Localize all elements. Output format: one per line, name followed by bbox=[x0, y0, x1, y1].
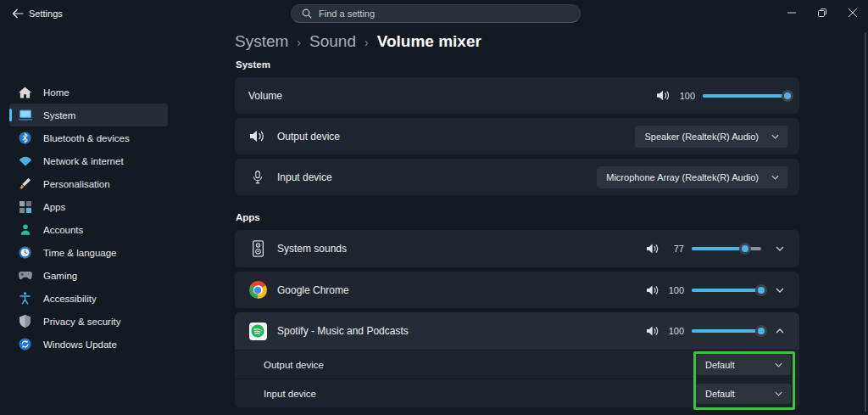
spotify-output-dropdown[interactable]: Default bbox=[696, 355, 791, 375]
output-device-row: Output device Speaker (Realtek(R) Audio) bbox=[235, 118, 799, 154]
system-sounds-icon bbox=[248, 240, 267, 257]
speaker-icon bbox=[248, 130, 267, 143]
main-content: System › Sound › Volume mixer System Vol… bbox=[235, 31, 799, 412]
app-title: Settings bbox=[29, 8, 63, 19]
speaker-icon bbox=[647, 285, 659, 295]
sidebar-item-label: Network & internet bbox=[43, 156, 124, 166]
chrome-icon bbox=[248, 281, 267, 299]
breadcrumb-separator: › bbox=[364, 36, 369, 49]
close-button[interactable] bbox=[837, 0, 868, 25]
chevron-down-icon bbox=[776, 288, 784, 293]
sidebar-item-accessibility[interactable]: Accessibility bbox=[9, 287, 168, 310]
app-volume-value: 77 bbox=[667, 244, 684, 254]
sidebar-item-time-language[interactable]: Time & language bbox=[9, 241, 168, 264]
chevron-down-icon bbox=[771, 134, 779, 139]
wifi-icon bbox=[18, 154, 32, 168]
breadcrumb: System › Sound › Volume mixer bbox=[235, 31, 799, 53]
output-device-label: Output device bbox=[277, 131, 340, 143]
output-device-dropdown[interactable]: Speaker (Realtek(R) Audio) bbox=[635, 126, 787, 148]
input-device-dropdown[interactable]: Microphone Array (Realtek(R) Audio) bbox=[597, 166, 787, 188]
spotify-input-dropdown[interactable]: Default bbox=[696, 384, 791, 404]
sidebar-item-privacy-security[interactable]: Privacy & security bbox=[9, 310, 168, 333]
home-icon bbox=[18, 85, 32, 99]
chevron-down-icon bbox=[775, 362, 782, 367]
titlebar: Settings Find a setting bbox=[0, 0, 868, 27]
expand-button[interactable] bbox=[772, 241, 787, 256]
volume-slider[interactable] bbox=[703, 94, 787, 98]
breadcrumb-sound[interactable]: Sound bbox=[309, 32, 356, 51]
microphone-icon bbox=[248, 171, 267, 184]
system-sounds-row: System sounds 77 bbox=[235, 230, 799, 267]
gamepad-icon bbox=[18, 268, 32, 283]
apps-grid-icon bbox=[18, 199, 32, 214]
slider-thumb[interactable] bbox=[739, 243, 751, 255]
settings-window: { "titlebar": { "app_title": "Settings",… bbox=[0, 0, 868, 415]
slider-thumb[interactable] bbox=[755, 325, 767, 337]
sidebar: Home System Bluetooth & devices Network … bbox=[0, 81, 229, 356]
system-icon bbox=[18, 108, 32, 122]
spotify-row: Spotify - Music and Podcasts 100 bbox=[235, 312, 799, 350]
minimize-icon bbox=[787, 8, 796, 17]
input-device-selected: Microphone Array (Realtek(R) Audio) bbox=[606, 172, 759, 182]
chevron-down-icon bbox=[771, 175, 779, 180]
sidebar-item-network-internet[interactable]: Network & internet bbox=[9, 149, 168, 172]
page-title: Volume mixer bbox=[377, 32, 481, 51]
window-controls bbox=[776, 0, 868, 25]
sidebar-item-label: Apps bbox=[43, 202, 65, 212]
sidebar-item-accounts[interactable]: Accounts bbox=[9, 218, 168, 241]
sidebar-item-bluetooth-devices[interactable]: Bluetooth & devices bbox=[9, 126, 168, 149]
sidebar-item-apps[interactable]: Apps bbox=[9, 195, 168, 218]
app-volume-slider[interactable] bbox=[692, 289, 761, 292]
slider-thumb[interactable] bbox=[755, 284, 767, 296]
minimize-button[interactable] bbox=[776, 0, 807, 25]
sidebar-item-label: Privacy & security bbox=[43, 317, 120, 327]
sidebar-item-windows-update[interactable]: Windows Update bbox=[9, 333, 168, 356]
sidebar-item-label: Bluetooth & devices bbox=[43, 133, 130, 143]
spotify-output-selected: Default bbox=[705, 360, 735, 370]
bluetooth-icon bbox=[18, 131, 32, 145]
slider-thumb[interactable] bbox=[782, 90, 793, 102]
breadcrumb-separator: › bbox=[297, 36, 301, 49]
breadcrumb-system[interactable]: System bbox=[235, 32, 288, 51]
search-input[interactable]: Find a setting bbox=[291, 4, 581, 23]
spotify-card: Spotify - Music and Podcasts 100 Output … bbox=[235, 312, 799, 407]
maximize-button[interactable] bbox=[807, 0, 837, 25]
expand-button[interactable] bbox=[772, 283, 787, 298]
sidebar-item-label: Personalisation bbox=[43, 179, 110, 189]
speaker-icon bbox=[657, 90, 670, 101]
shield-icon bbox=[18, 314, 32, 328]
sidebar-item-gaming[interactable]: Gaming bbox=[9, 264, 168, 287]
input-device-row: Input device Microphone Array (Realtek(R… bbox=[235, 159, 799, 195]
speaker-icon bbox=[647, 326, 659, 336]
app-volume-value: 100 bbox=[667, 326, 684, 336]
sidebar-item-system[interactable]: System bbox=[9, 104, 168, 126]
update-icon bbox=[18, 337, 32, 351]
brush-icon bbox=[18, 177, 32, 191]
spotify-input-device-row: Input device Default bbox=[235, 379, 799, 407]
chevron-down-icon bbox=[775, 391, 782, 396]
collapse-button[interactable] bbox=[772, 323, 787, 339]
app-volume-slider[interactable] bbox=[692, 247, 761, 250]
sidebar-item-home[interactable]: Home bbox=[9, 81, 168, 104]
app-name: Spotify - Music and Podcasts bbox=[277, 325, 409, 337]
app-volume-slider[interactable] bbox=[692, 329, 761, 333]
sidebar-item-personalisation[interactable]: Personalisation bbox=[9, 172, 168, 195]
chevron-down-icon bbox=[776, 246, 784, 251]
accessibility-icon bbox=[18, 291, 32, 306]
scrollbar[interactable] bbox=[865, 32, 866, 412]
restore-icon bbox=[818, 8, 826, 17]
spotify-input-label: Input device bbox=[264, 389, 316, 399]
search-icon bbox=[302, 8, 312, 19]
sidebar-item-label: Accounts bbox=[43, 225, 83, 235]
spotify-icon bbox=[248, 322, 267, 340]
input-device-label: Input device bbox=[277, 171, 332, 183]
close-icon bbox=[849, 8, 857, 17]
clock-icon bbox=[18, 245, 32, 260]
output-device-selected: Speaker (Realtek(R) Audio) bbox=[644, 132, 759, 142]
spotify-output-device-row: Output device Default bbox=[235, 350, 799, 379]
back-button[interactable] bbox=[7, 4, 29, 23]
app-volume-value: 100 bbox=[667, 285, 684, 295]
sidebar-item-label: Time & language bbox=[43, 248, 117, 258]
sidebar-item-label: Accessibility bbox=[43, 294, 97, 304]
sidebar-item-label: System bbox=[43, 110, 75, 121]
